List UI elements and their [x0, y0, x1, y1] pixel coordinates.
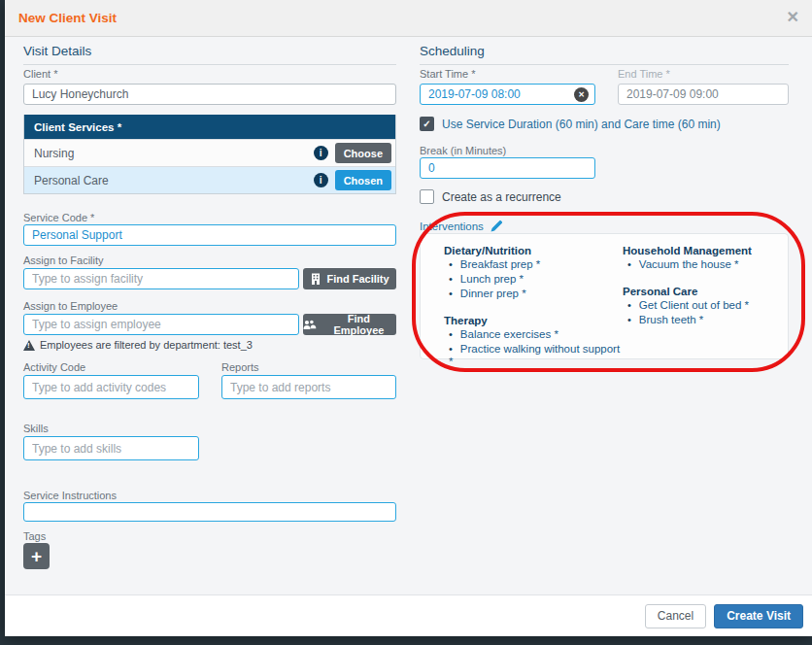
visit-details-section-title: Visit Details: [23, 44, 396, 65]
warning-icon: !: [23, 340, 35, 351]
intervention-group-personal-care: Personal Care Get Client out of bed * Br…: [623, 286, 752, 326]
warning-text: Employees are filtered by department: te…: [40, 339, 253, 351]
assign-facility-label: Assign to Facility: [23, 255, 104, 266]
find-employee-button[interactable]: Find Employee: [303, 314, 396, 335]
modal-header: New Client Visit ✕: [5, 0, 812, 37]
end-time-input: [618, 84, 789, 105]
choose-button[interactable]: Choose: [335, 143, 391, 163]
intervention-item: Vacuum the house *: [627, 258, 752, 271]
clear-start-time-icon[interactable]: ✕: [574, 87, 589, 102]
interventions-label: Interventions: [420, 221, 484, 232]
skills-label: Skills: [23, 423, 49, 434]
use-duration-checkbox-row: ✓ Use Service Duration (60 min) and Care…: [420, 117, 721, 131]
break-label: Break (in Minutes): [420, 145, 506, 156]
activity-code-input[interactable]: [23, 375, 199, 399]
service-code-label: Service Code *: [23, 212, 94, 223]
intervention-group-dietary: Dietary/Nutrition Breakfast prep * Lunch…: [444, 245, 623, 300]
group-title: Dietary/Nutrition: [444, 245, 623, 256]
edit-pencil-icon[interactable]: [491, 220, 503, 232]
modal-footer: Cancel Create Visit: [5, 594, 812, 636]
group-title: Household Management: [623, 245, 752, 256]
intervention-item: Breakfast prep *: [449, 258, 623, 271]
cancel-button[interactable]: Cancel: [645, 604, 706, 628]
modal-title: New Client Visit: [5, 11, 117, 25]
reports-input[interactable]: [221, 375, 396, 399]
group-title: Therapy: [444, 315, 623, 326]
intervention-item: Dinner prep *: [449, 288, 623, 300]
break-input[interactable]: [420, 157, 595, 179]
intervention-group-therapy: Therapy Balance exercises * Practice wal…: [444, 315, 623, 368]
use-duration-label: Use Service Duration (60 min) and Care t…: [442, 118, 721, 131]
client-services-header: Client Services *: [24, 115, 395, 139]
service-instructions-input[interactable]: [23, 502, 396, 522]
start-time-label: Start Time *: [420, 68, 475, 80]
client-input[interactable]: [23, 84, 396, 105]
info-icon[interactable]: i: [314, 146, 328, 160]
tags-label: Tags: [23, 530, 46, 542]
client-label: Client *: [23, 68, 57, 80]
new-client-visit-modal: New Client Visit ✕ Visit Details Client …: [5, 0, 812, 636]
find-facility-button[interactable]: Find Facility: [303, 268, 396, 289]
find-employee-label: Find Employee: [321, 313, 396, 336]
intervention-item: Balance exercises *: [449, 328, 623, 341]
intervention-item: Brush teeth *: [627, 314, 752, 326]
interventions-panel: Dietary/Nutrition Breakfast prep * Lunch…: [420, 233, 789, 359]
chosen-button[interactable]: Chosen: [335, 170, 391, 190]
assign-employee-input[interactable]: [23, 314, 299, 335]
client-services-table: Client Services * Nursing i Choose Perso…: [23, 115, 396, 194]
intervention-group-household: Household Management Vacuum the house *: [623, 245, 752, 271]
find-facility-label: Find Facility: [326, 273, 389, 285]
recurrence-label: Create as a recurrence: [442, 190, 561, 204]
service-name: Personal Care: [34, 174, 109, 187]
interventions-label-row: Interventions: [420, 220, 503, 232]
reports-label: Reports: [221, 361, 259, 373]
assign-employee-label: Assign to Employee: [23, 300, 118, 312]
service-code-input[interactable]: [23, 224, 396, 246]
intervention-item: Get Client out of bed *: [627, 299, 752, 312]
assign-facility-input[interactable]: [23, 268, 299, 289]
info-icon[interactable]: i: [314, 173, 328, 187]
recurrence-checkbox-row: Create as a recurrence: [420, 189, 561, 204]
service-instructions-label: Service Instructions: [23, 490, 117, 501]
service-name: Nursing: [34, 147, 74, 160]
intervention-item: Lunch prep *: [449, 273, 623, 286]
add-tag-button[interactable]: +: [23, 543, 50, 569]
service-row-personal-care[interactable]: Personal Care i Chosen: [24, 166, 395, 193]
create-visit-button[interactable]: Create Visit: [714, 604, 803, 628]
group-title: Personal Care: [623, 286, 752, 297]
scheduling-section-title: Scheduling: [420, 44, 789, 65]
intervention-item: Practice walking without support *: [449, 343, 623, 368]
activity-code-label: Activity Code: [23, 361, 85, 373]
people-icon: [303, 319, 317, 330]
end-time-label: End Time *: [618, 68, 670, 80]
use-duration-checkbox[interactable]: ✓: [420, 117, 434, 131]
service-row-nursing[interactable]: Nursing i Choose: [24, 139, 395, 166]
recurrence-checkbox[interactable]: [420, 189, 434, 204]
start-time-input[interactable]: [420, 84, 595, 105]
close-icon[interactable]: ✕: [787, 8, 799, 26]
employee-filter-warning: ! Employees are filtered by department: …: [23, 339, 253, 351]
building-icon: [310, 273, 321, 285]
skills-input[interactable]: [23, 436, 199, 460]
